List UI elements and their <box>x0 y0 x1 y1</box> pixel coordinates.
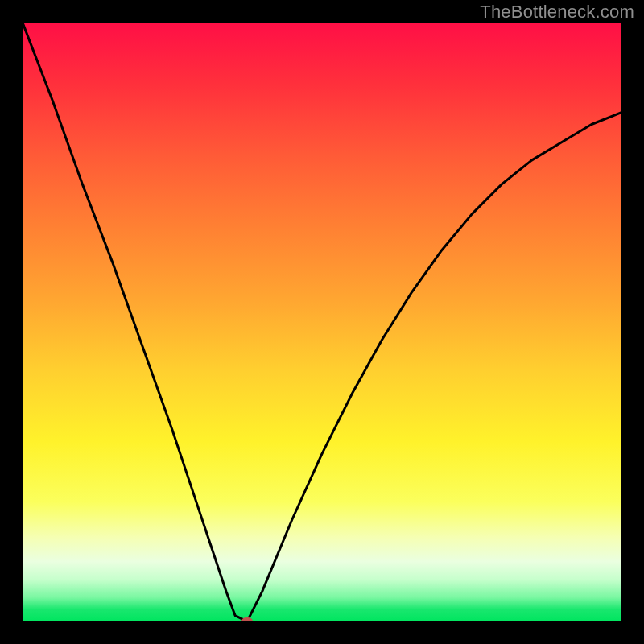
attribution-text: TheBottleneck.com <box>480 2 634 23</box>
minimum-marker <box>242 617 253 621</box>
bottleneck-curve <box>23 23 621 621</box>
plot-area <box>23 23 621 621</box>
curve-path <box>23 23 621 621</box>
chart-frame: TheBottleneck.com <box>0 0 644 644</box>
